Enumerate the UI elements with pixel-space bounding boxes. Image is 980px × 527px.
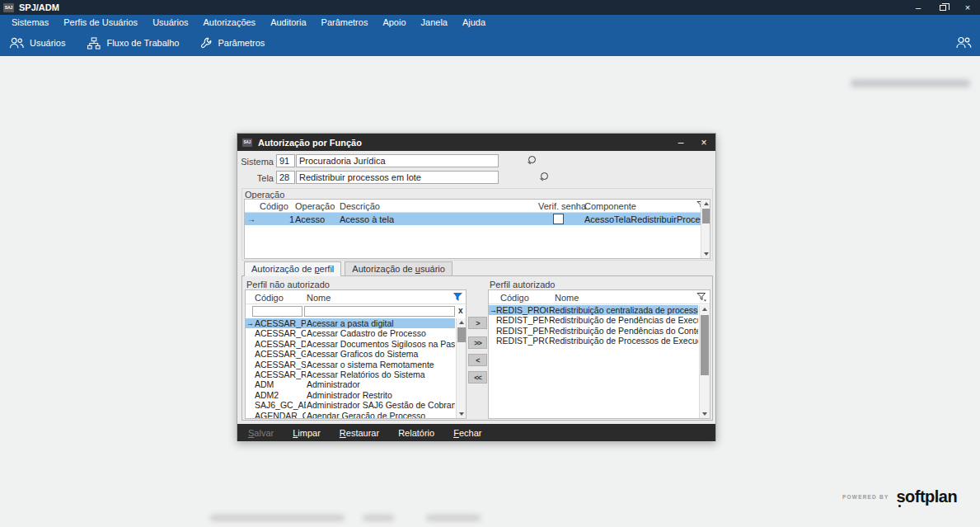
- cell-componente: AcessoTelaRedistribuirProcessosEmLo: [584, 214, 701, 224]
- dialog-autorizacao-por-funcao: SAJ Autorização por Função – × Sistema 9…: [237, 133, 716, 441]
- menu-item[interactable]: Autorizações: [196, 15, 264, 30]
- move-left-button[interactable]: <: [468, 354, 487, 366]
- toolbar-item-usuarios[interactable]: Usuários: [8, 37, 65, 49]
- footer-button[interactable]: Salvar: [248, 428, 274, 438]
- scroll-down-button[interactable]: [457, 410, 467, 418]
- cell-operacao: Acesso: [295, 214, 338, 224]
- col-componente[interactable]: Componente: [584, 201, 636, 211]
- filter-code-input[interactable]: [252, 306, 302, 317]
- right-list-scrollbar[interactable]: [699, 305, 710, 418]
- cell-descricao: Acesso à tela: [340, 214, 536, 224]
- toolbar-item-fluxo-de-trabalho[interactable]: Fluxo de Trabalho: [87, 37, 179, 49]
- sistema-name-field[interactable]: Procuradoria Jurídica: [296, 154, 499, 167]
- users-icon: [8, 37, 25, 49]
- menu-item[interactable]: Usuários: [145, 15, 195, 30]
- tab-strip: Autorização de perfil Autorização de usu…: [244, 261, 453, 276]
- dialog-logo-icon: SAJ: [242, 139, 252, 147]
- restore-button[interactable]: [931, 0, 955, 15]
- profile-row[interactable]: → ACESSAR_DOC_ Acessar Documentos Sigilo…: [246, 339, 455, 349]
- minimize-button[interactable]: –: [906, 0, 931, 15]
- scrollbar-thumb[interactable]: [701, 315, 709, 375]
- toolbar-item-label: Parâmetros: [218, 38, 265, 48]
- col-codigo[interactable]: Código: [255, 293, 284, 303]
- scrollbar-thumb[interactable]: [457, 327, 466, 342]
- cell-codigo: 1: [256, 214, 294, 224]
- menu-item[interactable]: Auditoria: [263, 15, 313, 30]
- toolbar-item-label: Usuários: [30, 38, 65, 48]
- scroll-up-button[interactable]: [457, 318, 467, 327]
- tela-name-field[interactable]: Redistribuir processos em lote: [296, 171, 499, 184]
- toolbar-item-parametros[interactable]: Parâmetros: [200, 37, 265, 49]
- scroll-down-button[interactable]: [700, 410, 710, 418]
- scroll-down-button[interactable]: [701, 250, 710, 258]
- scroll-up-button[interactable]: [700, 305, 710, 313]
- operacao-row[interactable]: → 1 Acesso Acesso à tela AcessoTelaRedis…: [245, 213, 701, 225]
- tela-code-field[interactable]: 28: [276, 171, 295, 184]
- menu-item[interactable]: Apoio: [375, 15, 413, 30]
- current-row-arrow: →: [246, 318, 254, 328]
- col-nome[interactable]: Nome: [555, 293, 579, 303]
- move-all-right-button[interactable]: >>: [468, 336, 487, 349]
- filter-active-icon[interactable]: [452, 292, 463, 304]
- menu-item[interactable]: Ajuda: [455, 15, 493, 30]
- profile-row[interactable]: → ACESSAR_GRAF Acessar Graficos do Siste…: [246, 349, 455, 359]
- filter-icon[interactable]: [696, 292, 707, 304]
- col-codigo[interactable]: Código: [500, 293, 529, 303]
- move-right-button[interactable]: >: [468, 317, 487, 329]
- redacted-text: [851, 79, 970, 87]
- current-row-arrow: →: [247, 214, 256, 224]
- left-panel-title: Perfil não autorizado: [246, 280, 330, 289]
- workflow-icon: [87, 37, 101, 49]
- dialog-close-button[interactable]: ×: [692, 134, 715, 151]
- footer-button[interactable]: Fechar: [453, 428, 481, 438]
- verif-senha-checkbox[interactable]: [553, 214, 564, 224]
- tab[interactable]: Autorização de usuário: [345, 261, 452, 275]
- dialog-footer: Salvar Limpar Restaurar Relatório Fechar: [237, 424, 715, 441]
- profile-row[interactable]: → ADM Administrador: [246, 379, 455, 389]
- powered-by-label: POWERED BY: [842, 494, 889, 500]
- redacted-text: [210, 515, 345, 521]
- profile-row[interactable]: → ADM2 Administrador Restrito: [246, 390, 455, 400]
- menu-item[interactable]: Parâmetros: [314, 15, 376, 30]
- col-codigo[interactable]: Código: [260, 201, 288, 211]
- menu-item[interactable]: Sistemas: [4, 15, 56, 30]
- tab[interactable]: Autorização de perfil: [244, 261, 341, 276]
- profile-row[interactable]: → REDIST_PROC_E Redistribuição de Proces…: [489, 336, 698, 346]
- profile-row[interactable]: → REDIS_PROC_C Redistribuição centraliza…: [489, 305, 698, 315]
- col-nome[interactable]: Nome: [307, 293, 331, 303]
- profile-row[interactable]: → REDIST_PEND_E Redistribuição de Pendên…: [489, 315, 698, 325]
- window-titlebar: SAJ SPJ/ADM – ×: [0, 0, 980, 15]
- filter-name-input[interactable]: [304, 306, 455, 317]
- user-session-icon[interactable]: [955, 36, 972, 49]
- profile-row[interactable]: → REDIST_PEND_C Redistribuição de Pendên…: [489, 326, 698, 336]
- operacao-scrollbar[interactable]: [701, 200, 710, 258]
- tela-search-icon[interactable]: [540, 172, 550, 182]
- footer-button[interactable]: Restaurar: [340, 428, 379, 438]
- redacted-text: [426, 515, 481, 521]
- footer-button[interactable]: Limpar: [293, 428, 321, 438]
- col-operacao[interactable]: Operação: [295, 201, 335, 211]
- perfil-nao-autorizado-grid: Código Nome x → ACESSAR_PAST. Acessar a …: [245, 289, 467, 419]
- profile-row[interactable]: → AGENDAR_GER Agendar Geração de Process…: [246, 411, 455, 419]
- filter-clear-button[interactable]: x: [458, 306, 463, 315]
- scroll-up-button[interactable]: [701, 200, 710, 208]
- scrollbar-thumb[interactable]: [702, 209, 710, 224]
- profile-row[interactable]: → SAJ6_GC_ADMI Administrador SAJ6 Gestão…: [246, 400, 455, 410]
- left-list-scrollbar[interactable]: [456, 318, 467, 418]
- move-all-left-button[interactable]: <<: [468, 371, 487, 383]
- menu-item[interactable]: Janela: [414, 15, 455, 30]
- softplan-logo: softplan: [896, 487, 957, 506]
- footer-button[interactable]: Relatório: [398, 428, 434, 438]
- profile-row[interactable]: → ACESSAR_CAD_ Acessar Cadastro de Proce…: [246, 328, 455, 338]
- sistema-search-icon[interactable]: [528, 156, 537, 166]
- col-verif-senha[interactable]: Verif. senha: [538, 201, 586, 211]
- menu-item[interactable]: Perfis de Usuários: [56, 15, 145, 30]
- close-button[interactable]: ×: [955, 0, 980, 15]
- col-descricao[interactable]: Descrição: [340, 201, 380, 211]
- dialog-minimize-button[interactable]: –: [669, 134, 692, 151]
- profile-row[interactable]: → ACESSAR_RELA Acessar Relatórios do Sis…: [246, 369, 455, 379]
- sistema-label: Sistema: [241, 157, 274, 167]
- sistema-code-field[interactable]: 91: [276, 154, 295, 167]
- profile-row[interactable]: → ACESSAR_PAST. Acessar a pasta digital: [246, 318, 455, 328]
- profile-row[interactable]: → ACESSAR_SIS_R Acessar o sistema Remota…: [246, 360, 455, 369]
